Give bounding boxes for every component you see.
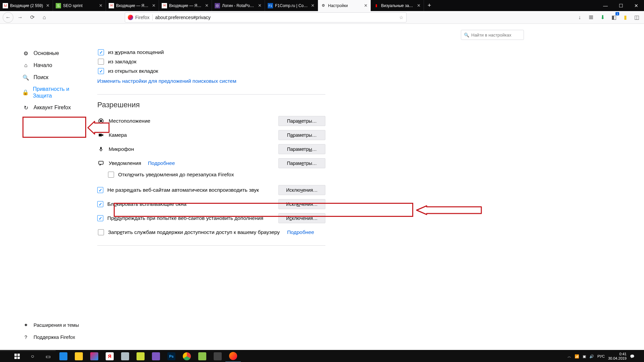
tray-chevron-icon[interactable]: ︿: [568, 354, 571, 359]
checkbox-accessibility[interactable]: Запретить службам поддержки доступности …: [97, 229, 621, 235]
seo-icon: S: [56, 3, 61, 8]
taskbar-app-obs[interactable]: [210, 350, 225, 362]
divider: [97, 94, 325, 95]
start-button[interactable]: [9, 350, 25, 362]
checkbox-history[interactable]: из журнала посещений: [97, 49, 621, 55]
taskbar-app-chrome[interactable]: [179, 350, 195, 362]
home-icon: ⌂: [22, 62, 30, 69]
svg-rect-3: [100, 147, 102, 149]
sidebar-item-extensions[interactable]: ✦ Расширения и темы: [19, 319, 87, 331]
microphone-settings-button[interactable]: Параметры…: [278, 144, 325, 154]
taskbar-app-notepad[interactable]: [133, 350, 148, 362]
checkbox-icon: [97, 201, 103, 207]
identity-box[interactable]: Firefox: [128, 15, 150, 20]
gmail-icon: M: [3, 3, 8, 8]
sidebar-item-search[interactable]: 🔍 Поиск: [19, 71, 87, 83]
taskbar-app-yandex[interactable]: Я: [102, 350, 117, 362]
sidebar-item-label: Поиск: [34, 74, 48, 80]
checkbox-block-autoplay[interactable]: Не разрешать веб-сайтам автоматически во…: [97, 184, 325, 196]
sidebar-item-general[interactable]: ⚙ Основные: [19, 47, 87, 59]
tab-6-active[interactable]: ⚙Настройки✕: [318, 0, 371, 11]
taskbar-app-mail[interactable]: [117, 350, 133, 362]
taskbar-app-video[interactable]: [148, 350, 164, 362]
svg-rect-8: [17, 357, 20, 359]
popups-exceptions-button[interactable]: Исключения…: [278, 199, 325, 209]
accessibility-learn-more-link[interactable]: Подробнее: [287, 229, 314, 235]
tray-clock[interactable]: 0:41 30.04.2019: [608, 352, 627, 361]
tab-0[interactable]: MВходящие (2 559)✕: [0, 0, 53, 11]
sidebar-item-support[interactable]: ? Поддержка Firefox: [19, 331, 87, 343]
taskbar-app-paint2[interactable]: [195, 350, 210, 362]
close-icon[interactable]: ✕: [363, 3, 368, 8]
close-icon[interactable]: ✕: [310, 3, 315, 8]
taskbar-app-paint[interactable]: [87, 350, 102, 362]
checkbox-block-popups[interactable]: Блокировать всплывающие окна Исключения…: [97, 198, 325, 210]
close-window-button[interactable]: ✕: [629, 0, 644, 11]
taskbar-app-firefox[interactable]: [225, 350, 241, 362]
downloads-icon[interactable]: ↓: [575, 13, 584, 22]
checkbox-disable-notifications[interactable]: Отключить уведомления до перезапуска Fir…: [97, 172, 621, 178]
task-view-icon[interactable]: ▭: [40, 350, 56, 362]
checkbox-open-tabs[interactable]: из открытых вкладок: [97, 68, 621, 74]
notification-icon: [97, 160, 105, 167]
camera-settings-button[interactable]: Параметры…: [278, 130, 325, 140]
close-icon[interactable]: ✕: [204, 3, 209, 8]
svg-point-1: [100, 120, 102, 122]
sidebar-item-account[interactable]: ↻ Аккаунт Firefox: [19, 102, 87, 114]
sidebar-item-home[interactable]: ⌂ Начало: [19, 59, 87, 71]
location-settings-button[interactable]: Параметры…: [278, 116, 325, 126]
extension-download-icon[interactable]: ⬇: [598, 13, 607, 22]
taskbar-app-explorer[interactable]: [71, 350, 87, 362]
pocket-icon[interactable]: ◧1: [609, 13, 619, 22]
svg-rect-6: [17, 354, 20, 356]
sidebar-item-privacy[interactable]: 🔒 Приватность и Защита: [19, 83, 87, 102]
tray-language[interactable]: РУС: [597, 354, 605, 358]
tab-2[interactable]: ✉Входящие — Яндекс✕: [106, 0, 159, 11]
close-icon[interactable]: ✕: [151, 3, 156, 8]
camera-icon: [97, 131, 105, 139]
tab-4[interactable]: ◎Логин - RotaPost.ru✕: [212, 0, 265, 11]
microphone-icon: [97, 145, 105, 153]
tray-battery-icon[interactable]: ▣: [583, 354, 586, 359]
close-icon[interactable]: ✕: [416, 3, 421, 8]
tray-wifi-icon[interactable]: 📶: [575, 354, 579, 359]
close-icon[interactable]: ✕: [257, 3, 262, 8]
sidebar-toggle-icon[interactable]: ◫: [632, 13, 641, 22]
autoplay-exceptions-button[interactable]: Исключения…: [278, 185, 325, 195]
tray-volume-icon[interactable]: 🔊: [589, 354, 594, 359]
back-button[interactable]: ←: [3, 12, 13, 23]
minimize-button[interactable]: —: [598, 0, 613, 11]
tab-3[interactable]: ✉Входящие — Яндекс✕: [159, 0, 212, 11]
taskbar-app-edge[interactable]: [56, 350, 71, 362]
forward-button[interactable]: →: [15, 12, 25, 23]
reload-button[interactable]: ⟳: [27, 12, 38, 23]
tray-notifications-icon[interactable]: 💬: [630, 354, 635, 359]
checkbox-bookmarks[interactable]: из закладок: [97, 59, 621, 65]
sidebar-item-label: Аккаунт Firefox: [34, 105, 71, 111]
svg-rect-7: [14, 357, 17, 359]
bookmark-star-icon[interactable]: ☆: [399, 15, 404, 20]
notifications-settings-button[interactable]: Параметры…: [278, 158, 325, 168]
home-button[interactable]: ⌂: [39, 12, 50, 23]
new-tab-button[interactable]: +: [424, 0, 435, 11]
taskbar-app-photoshop[interactable]: Ps: [164, 350, 179, 362]
cortana-search-icon[interactable]: ○: [25, 350, 40, 362]
addons-exceptions-button[interactable]: Исключения…: [278, 213, 325, 223]
notifications-learn-more-link[interactable]: Подробнее: [148, 160, 175, 166]
gear-icon: ⚙: [22, 50, 30, 57]
maximize-button[interactable]: ☐: [613, 0, 629, 11]
tab-5[interactable]: F1F1Comp.ru | Советы✕: [265, 0, 318, 11]
close-icon[interactable]: ✕: [98, 3, 103, 8]
extension-icon[interactable]: ▮: [621, 13, 630, 22]
checkbox-warn-addons[interactable]: Предупреждать при попытке веб-сайтов уст…: [97, 213, 325, 224]
tab-1[interactable]: SSEO sprint✕: [53, 0, 106, 11]
close-icon[interactable]: ✕: [45, 3, 50, 8]
puzzle-icon: ✦: [22, 321, 30, 329]
search-engine-settings-link[interactable]: Изменить настройки для предложений поиск…: [97, 78, 236, 84]
sidebar-item-label: Приватность и Защита: [33, 86, 84, 99]
url-bar[interactable]: Firefox about:preferences#privacy ☆: [125, 12, 407, 22]
library-icon[interactable]: 𝌆: [586, 13, 596, 22]
preferences-search-input[interactable]: 🔍 Найти в настройках: [461, 30, 524, 40]
svg-rect-5: [14, 354, 17, 356]
tab-7[interactable]: ▮Визуальные закладки✕: [371, 0, 424, 11]
